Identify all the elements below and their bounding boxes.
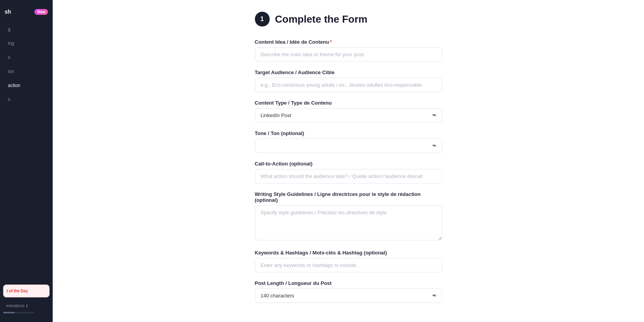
sidebar-item-ion[interactable]: ion [2,65,50,78]
target-audience-input[interactable] [255,78,442,92]
form-container: 1 Complete the Form Content Idea / Idée … [255,12,442,303]
sidebar-nav: g ing o ion action n [0,21,53,281]
post-length-group: Post Length / Longueur du Post 140 chara… [255,280,442,303]
cta-label: Call-to-Action (optional) [255,161,442,167]
writing-style-label: Writing Style Guidelines / Ligne directr… [255,191,442,203]
info-icon: ℹ [26,304,28,308]
form-header: 1 Complete the Form [255,12,442,27]
page-title: Complete the Form [275,13,368,25]
content-idea-input[interactable] [255,47,442,62]
sidebar-item-n[interactable]: n [2,93,50,106]
keywords-input[interactable] [255,258,442,272]
writing-style-group: Writing Style Guidelines / Ligne directr… [255,191,442,242]
step-badge: 1 [255,12,270,27]
generations-label: enerations [6,304,25,308]
cta-group: Call-to-Action (optional) [255,161,442,183]
writing-style-textarea[interactable] [255,205,442,240]
tone-select[interactable]: Professional Casual Humorous Inspiration… [255,139,442,153]
required-star: * [330,39,332,45]
sidebar-item-ing[interactable]: ing [2,37,50,50]
sidebar-item-g[interactable]: g [2,23,50,36]
generations-info: enerations ℹ [3,301,50,310]
post-length-select-wrapper: 140 characters 280 characters 500 charac… [255,288,442,303]
sidebar-logo-area: sh New [0,5,53,21]
keywords-label: Keywords & Hashtags / Mots-clés & Hashta… [255,250,442,256]
generations-bar [3,312,34,313]
tone-label: Tone / Ton (optional) [255,130,442,136]
content-idea-group: Content Idea / Idée de Contenu* [255,39,442,62]
sidebar-item-action[interactable]: action [2,79,50,92]
main-content: 1 Complete the Form Content Idea / Idée … [53,0,644,322]
content-type-group: Content Type / Type de Contenu LinkedIn … [255,100,442,123]
sidebar-logo: sh [5,9,11,15]
target-audience-label: Target Audience / Audience Cible [255,69,442,75]
new-badge[interactable]: New [34,9,48,15]
sidebar-item-o[interactable]: o [2,51,50,64]
prompt-of-day-button[interactable]: t of the Day [3,285,50,297]
post-length-select[interactable]: 140 characters 280 characters 500 charac… [255,288,442,303]
generations-bar-fill [3,312,15,313]
cta-input[interactable] [255,169,442,183]
target-audience-group: Target Audience / Audience Cible [255,69,442,92]
content-idea-label: Content Idea / Idée de Contenu* [255,39,442,45]
tone-group: Tone / Ton (optional) Professional Casua… [255,130,442,153]
post-length-label: Post Length / Longueur du Post [255,280,442,286]
content-type-select[interactable]: LinkedIn Post Twitter/X Post Instagram P… [255,108,442,123]
content-type-label: Content Type / Type de Contenu [255,100,442,106]
content-type-select-wrapper: LinkedIn Post Twitter/X Post Instagram P… [255,108,442,123]
keywords-group: Keywords & Hashtags / Mots-clés & Hashta… [255,250,442,272]
tone-select-wrapper: Professional Casual Humorous Inspiration… [255,139,442,153]
sidebar: sh New g ing o ion action n t of the Day… [0,0,53,322]
sidebar-bottom: t of the Day enerations ℹ [0,281,53,317]
